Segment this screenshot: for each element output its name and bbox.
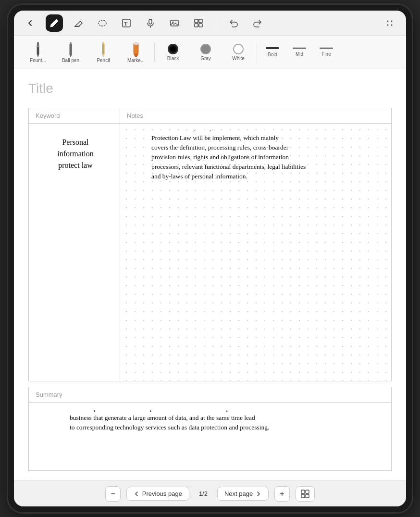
undo-button[interactable] [225, 14, 242, 32]
bold-label: Bold [268, 52, 277, 57]
svg-text:T: T [124, 21, 128, 26]
pencil-button[interactable]: Pencil [87, 39, 120, 65]
ball-pen-button[interactable]: Ball pen [54, 39, 87, 65]
fine-label: Fine [321, 51, 331, 57]
previous-page-button[interactable]: Previous page [126, 487, 189, 501]
svg-point-0 [99, 20, 106, 26]
gray-label: Gray [200, 56, 211, 61]
summary-section: Summary The new personal information pro… [28, 387, 392, 471]
device-frame: T [8, 5, 412, 512]
prev-arrow-icon [134, 491, 139, 497]
black-label: Black [167, 56, 179, 61]
lasso-tool-button[interactable] [94, 14, 111, 32]
add-page-button[interactable]: + [274, 486, 289, 502]
layout-tool-button[interactable] [190, 14, 207, 32]
screen: T [14, 11, 406, 506]
svg-text:protect law: protect law [58, 161, 93, 170]
svg-text:Personal: Personal [62, 138, 89, 146]
next-page-label: Next page [224, 490, 253, 497]
svg-rect-3 [149, 19, 152, 24]
svg-point-17 [102, 42, 104, 45]
image-tool-button[interactable] [166, 14, 183, 32]
pencil-label: Pencil [97, 58, 110, 63]
notes-handwriting: On November 1, 2021, the new Personal In… [128, 130, 383, 265]
svg-rect-5 [171, 20, 178, 26]
bold-stroke-preview [266, 47, 279, 49]
svg-rect-19 [134, 42, 138, 45]
svg-rect-25 [301, 490, 305, 493]
ball-pen-label: Ball pen [62, 58, 79, 63]
summary-cell[interactable]: The new personal information protection … [29, 403, 391, 470]
page-indicator: 1/2 [195, 490, 211, 497]
keyword-handwriting: Personal information protect law [35, 131, 116, 189]
pen-color-divider [154, 43, 155, 62]
fine-stroke-button[interactable]: Fine [313, 46, 340, 58]
svg-rect-9 [195, 24, 198, 27]
zoom-out-button[interactable]: − [105, 486, 120, 502]
white-color-swatch [233, 44, 244, 54]
marker-button[interactable]: Marke... [120, 39, 152, 65]
toolbar-divider [216, 16, 216, 30]
svg-rect-18 [134, 43, 138, 54]
redo-button[interactable] [249, 14, 266, 32]
main-toolbar: T [14, 11, 406, 36]
grid-icon [301, 490, 309, 498]
svg-text:On November 1, 2021, the new P: On November 1, 2021, the new Personal In… [151, 130, 308, 180]
eraser-tool-button[interactable] [70, 14, 87, 32]
bottom-bar: − Previous page 1/2 Next page + [14, 480, 406, 506]
svg-point-13 [387, 24, 389, 25]
notes-header: Notes [120, 108, 391, 123]
white-label: White [232, 56, 245, 61]
svg-point-16 [70, 42, 72, 45]
grid-view-button[interactable] [296, 486, 315, 502]
svg-rect-10 [199, 24, 202, 27]
notes-cell[interactable]: On November 1, 2021, the new Personal In… [120, 124, 391, 381]
svg-rect-8 [199, 19, 202, 23]
svg-point-14 [391, 24, 393, 25]
svg-rect-27 [301, 494, 305, 498]
svg-point-15 [37, 42, 39, 45]
svg-rect-28 [306, 494, 309, 498]
cornell-table: Keyword Notes Personal information prote… [28, 108, 392, 381]
table-header-row: Keyword Notes [29, 108, 391, 124]
svg-point-11 [387, 20, 389, 22]
mid-stroke-button[interactable]: Mid [286, 46, 313, 59]
svg-rect-7 [195, 19, 198, 23]
mid-stroke-preview [293, 48, 306, 49]
keyword-header: Keyword [29, 108, 120, 123]
note-title: Title [28, 79, 392, 102]
audio-tool-button[interactable] [142, 14, 159, 32]
pen-stroke-divider [257, 43, 257, 62]
keyword-cell[interactable]: Personal information protect law [29, 124, 120, 381]
fountain-pen-button[interactable]: Fount... [22, 39, 54, 65]
add-icon: + [280, 490, 284, 498]
svg-point-6 [173, 21, 174, 23]
gray-color-button[interactable]: Gray [189, 42, 222, 63]
black-color-swatch [168, 44, 178, 54]
summary-header: Summary [29, 387, 391, 403]
bold-stroke-button[interactable]: Bold [259, 45, 286, 59]
svg-text:information: information [57, 150, 94, 158]
next-page-button[interactable]: Next page [217, 487, 269, 501]
next-arrow-icon [256, 491, 261, 497]
mid-label: Mid [296, 51, 303, 57]
fountain-pen-label: Fount... [30, 58, 46, 63]
gray-color-swatch [200, 44, 211, 54]
previous-page-label: Previous page [142, 490, 182, 497]
black-color-button[interactable]: Black [157, 42, 189, 63]
pen-tool-button[interactable] [46, 14, 63, 32]
svg-rect-26 [306, 490, 309, 493]
zoom-out-icon: − [111, 490, 115, 498]
back-button[interactable] [22, 14, 39, 32]
marker-label: Marke... [127, 58, 145, 63]
more-button[interactable] [381, 14, 398, 32]
text-tool-button[interactable]: T [118, 14, 135, 32]
summary-handwriting: The new personal information protection … [37, 410, 383, 461]
white-color-button[interactable]: White [222, 42, 255, 63]
svg-point-12 [391, 20, 393, 22]
note-content-area[interactable]: Title Keyword Notes Personal information… [14, 69, 406, 480]
svg-text:The new personal information p: The new personal information protection … [70, 410, 269, 431]
fine-stroke-preview [320, 48, 333, 48]
table-body-row: Personal information protect law On Nove… [29, 124, 391, 381]
pen-options-toolbar: Fount... Ball pen Pencil [14, 36, 406, 69]
